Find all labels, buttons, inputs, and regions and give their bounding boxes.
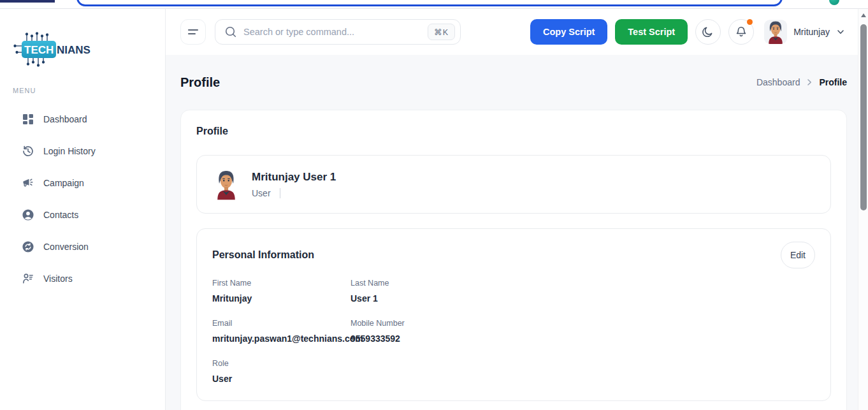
- profile-avatar: [212, 168, 240, 200]
- browser-chrome-strip: [0, 0, 868, 9]
- copy-script-button[interactable]: Copy Script: [530, 19, 607, 45]
- sidebar-item-label: Visitors: [43, 274, 73, 284]
- sidebar-toggle-button[interactable]: [180, 19, 206, 45]
- technians-logo[interactable]: TECH NIANS: [9, 29, 105, 70]
- sync-arrows-icon: [22, 240, 34, 253]
- profile-section-card: Profile: [180, 110, 847, 410]
- user-avatar: [764, 20, 787, 44]
- user-summary-text: Mritunjay User 1 User: [252, 171, 336, 198]
- notifications-button[interactable]: [728, 19, 754, 45]
- sidebar: TECH NIANS MENU Dashboard: [0, 9, 166, 410]
- command-k-shortcut-badge: ⌘K: [428, 24, 455, 40]
- chrome-navy-notch: [0, 0, 55, 3]
- sidebar-item-label: Dashboard: [43, 114, 87, 124]
- profile-display-name: Mritunjay User 1: [252, 171, 336, 184]
- sidebar-item-contacts[interactable]: Contacts: [0, 199, 165, 231]
- search-box[interactable]: ⌘K: [215, 19, 461, 45]
- top-bar: ⌘K Copy Script Test Script: [166, 9, 858, 55]
- breadcrumb: Dashboard Profile: [756, 77, 847, 87]
- role-divider: [280, 188, 280, 198]
- personal-information-heading: Personal Information: [212, 249, 314, 261]
- visitor-person-list-icon: [22, 272, 34, 285]
- contact-person-icon: [22, 209, 34, 221]
- sidebar-item-label: Conversion: [43, 242, 89, 252]
- app-shell: TECH NIANS MENU Dashboard: [0, 9, 858, 410]
- personal-information-fields: First Name Mritunjay Last Name User 1 Em…: [212, 279, 815, 384]
- field-first-name: First Name Mritunjay: [212, 279, 351, 304]
- chevron-right-icon: [805, 78, 814, 87]
- sidebar-item-label: Login History: [43, 146, 96, 156]
- user-summary-card: Mritunjay User 1 User: [196, 155, 831, 214]
- field-mobile-number: Mobile Number 9559333592: [351, 319, 815, 344]
- test-script-button[interactable]: Test Script: [615, 19, 688, 45]
- breadcrumb-current: Profile: [819, 77, 847, 87]
- sidebar-nav: Dashboard Login History: [0, 103, 165, 295]
- sidebar-item-login-history[interactable]: Login History: [0, 135, 165, 167]
- breadcrumb-dashboard-link[interactable]: Dashboard: [756, 77, 800, 87]
- omnibox-focus-ring: [76, 0, 783, 6]
- logo-text-nians: NIANS: [57, 44, 90, 56]
- history-clock-icon: [22, 145, 34, 157]
- top-bar-actions: Copy Script Test Script: [530, 19, 845, 45]
- sidebar-item-visitors[interactable]: Visitors: [0, 263, 165, 295]
- page-header-row: Profile Dashboard Profile: [180, 55, 847, 110]
- field-email: Email mritunjay.paswan1@technians.com: [212, 319, 351, 344]
- search-input[interactable]: [243, 27, 421, 37]
- profile-role: User: [252, 188, 271, 198]
- chrome-accent-circle: [829, 0, 839, 5]
- field-last-name: Last Name User 1: [351, 279, 815, 304]
- search-icon: [224, 26, 237, 38]
- sidebar-section-label: MENU: [13, 87, 165, 94]
- personal-information-card: Personal Information Edit First Name Mri…: [196, 228, 831, 401]
- main-area: ⌘K Copy Script Test Script: [166, 9, 858, 410]
- scrollbar-thumb[interactable]: [860, 24, 867, 210]
- edit-button[interactable]: Edit: [781, 242, 815, 268]
- sidebar-item-label: Campaign: [43, 178, 84, 188]
- sidebar-item-conversion[interactable]: Conversion: [0, 231, 165, 263]
- field-role: Role User: [212, 359, 351, 384]
- logo-text-tech: TECH: [24, 44, 54, 56]
- user-menu[interactable]: Mritunjay: [764, 20, 845, 44]
- profile-card-heading: Profile: [196, 126, 831, 137]
- hamburger-icon: [188, 29, 198, 31]
- sidebar-item-dashboard[interactable]: Dashboard: [0, 103, 165, 135]
- page-title: Profile: [180, 75, 220, 90]
- moon-icon: [702, 26, 714, 38]
- vertical-scrollbar[interactable]: [858, 9, 868, 410]
- notification-dot: [747, 19, 753, 25]
- megaphone-icon: [22, 177, 34, 189]
- dashboard-grid-icon: [22, 113, 34, 126]
- sidebar-item-label: Contacts: [43, 210, 78, 220]
- dark-mode-toggle-button[interactable]: [695, 19, 721, 45]
- bell-icon: [735, 26, 748, 38]
- chevron-down-icon: [836, 27, 845, 36]
- sidebar-item-campaign[interactable]: Campaign: [0, 167, 165, 199]
- page-content: Profile Dashboard Profile Profile: [166, 55, 858, 410]
- user-name: Mritunjay: [793, 27, 830, 37]
- scrollbar-up-arrow[interactable]: [861, 13, 866, 17]
